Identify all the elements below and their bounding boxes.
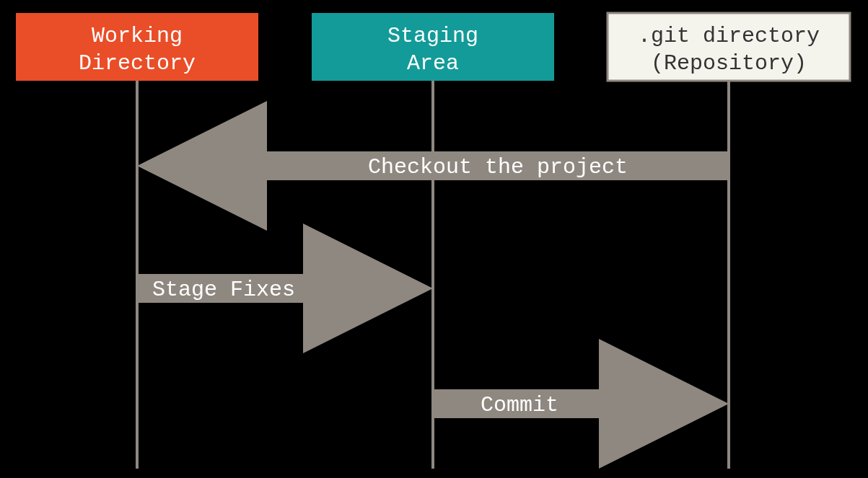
arrow-commit-label: Commit [481, 393, 558, 417]
arrow-stage-fixes: Stage Fixes [137, 223, 433, 353]
box-working-line1: Working [92, 24, 183, 48]
box-staging-line1: Staging [387, 24, 478, 48]
box-staging-area: Staging Area [312, 13, 554, 81]
arrow-checkout-label: Checkout the project [368, 155, 628, 180]
box-git-directory: .git directory (Repository) [608, 13, 850, 81]
git-areas-diagram: Working Directory Staging Area .git dire… [0, 0, 868, 478]
box-working-directory: Working Directory [16, 13, 258, 81]
box-repo-line1: .git directory [638, 24, 820, 48]
arrow-commit: Commit [433, 339, 729, 469]
box-staging-line2: Area [407, 51, 459, 76]
box-working-line2: Directory [79, 51, 196, 76]
box-repo-line2: (Repository) [651, 51, 807, 76]
arrow-stage-label: Stage Fixes [152, 278, 295, 302]
